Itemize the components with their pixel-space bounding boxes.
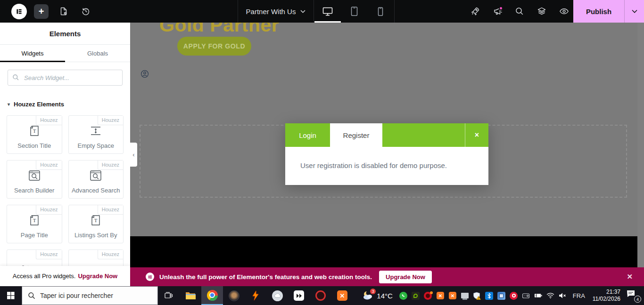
tab-widgets[interactable]: Widgets <box>0 45 65 62</box>
panel-title: Elements <box>0 23 130 45</box>
houzez-badge: Houzez <box>36 205 61 215</box>
wifi-icon[interactable] <box>546 291 555 300</box>
accordion-title: Houzez Elements <box>14 101 64 108</box>
widget-search-input[interactable] <box>8 70 123 86</box>
capcut-icon <box>294 290 304 301</box>
task-view-button[interactable] <box>158 286 180 305</box>
widget-card-empty-space[interactable]: Houzez Empty Space <box>68 115 124 154</box>
search-icon <box>515 7 524 16</box>
widget-card-section-title[interactable]: Houzez T Section Title <box>7 115 62 154</box>
chevron-down-icon <box>300 10 305 13</box>
screen-recorder-icon[interactable] <box>522 291 530 300</box>
rocket-icon <box>471 7 480 16</box>
taskbar-clock[interactable]: 21:37 11/02/2026 <box>591 289 622 303</box>
caret-down-icon: ▾ <box>8 102 10 107</box>
app-bolt[interactable] <box>245 286 266 305</box>
app-file-explorer[interactable] <box>180 286 201 305</box>
widget-search-wrap <box>0 62 130 93</box>
elementor-menu-button[interactable] <box>11 4 27 19</box>
document-name-dropdown[interactable]: Partner With Us <box>238 0 314 23</box>
volume-muted-icon[interactable] <box>559 291 567 300</box>
bluetooth-icon[interactable] <box>485 291 494 300</box>
modal-tab-register[interactable]: Register <box>330 123 382 147</box>
taskbar-search-input[interactable] <box>40 292 152 299</box>
search-icon <box>28 292 35 299</box>
widget-label: Listings Sort By <box>74 232 117 239</box>
search-window-icon <box>89 169 103 183</box>
editor-toolbar: + Partner With Us <box>0 0 644 23</box>
panel-collapse-handle[interactable]: ‹ <box>130 143 137 167</box>
modal-close-button[interactable]: × <box>465 123 488 147</box>
tray-blue-app-icon[interactable] <box>497 291 506 300</box>
toolbar-right-group <box>462 0 573 23</box>
taskbar-search[interactable] <box>22 286 158 305</box>
nvidia-icon[interactable] <box>412 291 420 300</box>
modal-tab-login[interactable]: Login <box>285 123 330 147</box>
start-button[interactable] <box>0 286 22 305</box>
add-element-button[interactable]: + <box>34 4 49 19</box>
tablet-icon <box>351 7 358 16</box>
notification-dot <box>499 6 503 10</box>
banner-upgrade-button[interactable]: Upgrade Now <box>379 271 432 283</box>
publish-group: Publish <box>573 0 644 23</box>
upgrade-now-link[interactable]: Upgrade Now <box>78 273 117 280</box>
widget-card-phone-widget[interactable]: Houzez <box>68 249 124 266</box>
whats-new-button[interactable] <box>488 2 507 21</box>
notification-center-button[interactable]: 4 <box>626 289 640 302</box>
desktop-icon <box>322 7 333 16</box>
tab-globals[interactable]: Globals <box>65 45 130 62</box>
houzez-badge: Houzez <box>36 116 61 125</box>
device-desktop-button[interactable] <box>314 0 341 23</box>
shield-warning-icon[interactable] <box>473 291 481 300</box>
device-tablet-button[interactable] <box>341 0 367 23</box>
windows-start-icon <box>7 292 15 299</box>
widget-card-advanced-search[interactable]: Houzez Advanced Search <box>68 160 124 199</box>
language-indicator[interactable]: FRA <box>571 292 587 299</box>
structure-button[interactable] <box>532 2 551 21</box>
publish-button[interactable]: Publish <box>573 0 624 23</box>
publish-options-button[interactable] <box>624 0 644 23</box>
page-footer-section[interactable] <box>130 236 637 267</box>
red-disc-icon <box>315 290 326 301</box>
device-mobile-button[interactable] <box>367 0 394 23</box>
monitor-icon[interactable] <box>461 291 469 300</box>
history-button[interactable] <box>76 2 95 21</box>
chevron-left-icon: ‹ <box>132 151 134 158</box>
preview-button[interactable] <box>554 2 573 21</box>
music-icon[interactable] <box>510 291 518 300</box>
app-xampp[interactable]: ✕ <box>331 286 353 305</box>
canvas-scrollbar[interactable] <box>637 23 644 286</box>
elements-panel: Elements Widgets Globals ▾ Houzez Elemen… <box>0 23 130 286</box>
finder-button[interactable] <box>510 2 529 21</box>
document-name: Partner With Us <box>246 8 296 16</box>
app-capcut[interactable] <box>288 286 310 305</box>
page-title-icon: T <box>27 213 41 227</box>
widget-card-search-builder[interactable]: Houzez Search Builder <box>7 160 62 199</box>
app-game[interactable] <box>223 286 245 305</box>
app-media[interactable] <box>266 286 288 305</box>
widget-label: Section Title <box>17 142 51 149</box>
svg-text:T: T <box>33 217 36 223</box>
xampp-tray-icon[interactable]: ✕ <box>436 291 445 300</box>
svg-text:T: T <box>94 217 98 223</box>
page-settings-button[interactable] <box>54 2 73 21</box>
checklist-button[interactable] <box>466 2 485 21</box>
apply-for-gold-button[interactable]: APPLY FOR GOLD <box>177 37 251 56</box>
app-chrome[interactable] <box>201 286 223 305</box>
pro-lock-illustration <box>16 263 53 266</box>
task-view-icon <box>165 292 173 299</box>
app-red-disc[interactable] <box>310 286 331 305</box>
widget-card-page-title[interactable]: Houzez T Page Title <box>7 205 62 243</box>
whatsapp-icon[interactable] <box>399 291 408 300</box>
houzez-elements-accordion[interactable]: ▾ Houzez Elements <box>0 93 130 112</box>
clock-time: 21:37 <box>593 289 620 296</box>
widget-card-listings-sort-by[interactable]: Houzez T Listings Sort By <box>68 205 124 243</box>
widget-grid: Houzez T Section Title Houzez Empty Spac… <box>0 112 130 266</box>
tray-red-app-icon[interactable] <box>424 291 432 300</box>
xampp-tray-icon-2[interactable]: ✕ <box>448 291 457 300</box>
weather-temperature: 14°C <box>377 292 393 300</box>
widget-card-pro-locked[interactable]: Houzez <box>7 249 62 266</box>
battery-icon[interactable] <box>534 291 543 300</box>
weather-widget[interactable]: 3 14°C <box>362 290 393 301</box>
banner-close-button[interactable]: ✕ <box>627 273 633 281</box>
